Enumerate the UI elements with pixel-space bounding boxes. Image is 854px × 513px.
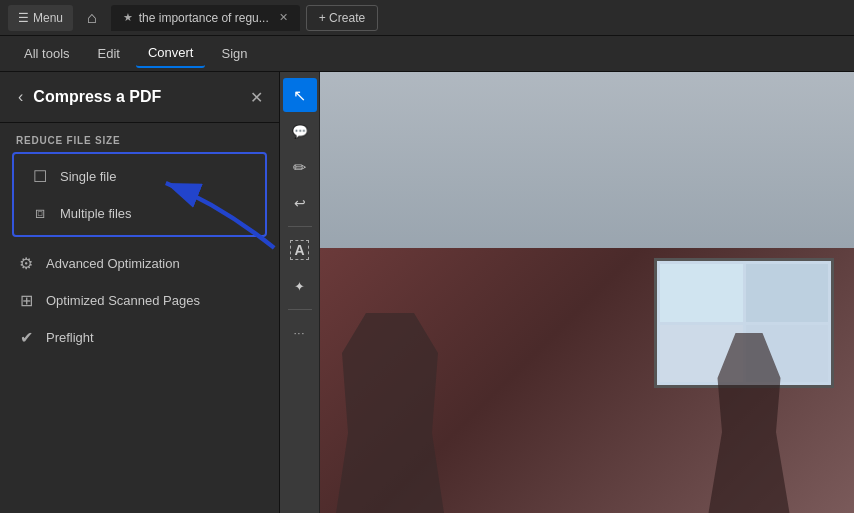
single-file-item[interactable]: ☐ Single file — [14, 158, 265, 195]
multiple-files-icon: ⧈ — [30, 204, 50, 222]
menu-item-all-tools[interactable]: All tools — [12, 40, 82, 67]
close-icon: ✕ — [250, 89, 263, 106]
panel-header: ‹ Compress a PDF ✕ — [0, 72, 279, 123]
title-bar: ☰ Menu ⌂ ★ the importance of regu... ✕ +… — [0, 0, 854, 36]
panel-back-button[interactable]: ‹ — [16, 86, 25, 108]
more-tools-button[interactable]: ··· — [283, 316, 317, 350]
undo-tool-icon: ↩ — [294, 195, 306, 211]
menu-item-convert[interactable]: Convert — [136, 39, 206, 68]
menu-button[interactable]: ☰ Menu — [8, 5, 73, 31]
menu-bar: All tools Edit Convert Sign — [0, 36, 854, 72]
hamburger-icon: ☰ — [18, 11, 29, 25]
single-file-icon: ☐ — [30, 167, 50, 186]
optimized-scanned-pages-icon: ⊞ — [16, 291, 36, 310]
home-icon: ⌂ — [87, 9, 97, 26]
menu-item-sign[interactable]: Sign — [209, 40, 259, 67]
undo-tool-button[interactable]: ↩ — [283, 186, 317, 220]
preflight-label: Preflight — [46, 330, 94, 345]
tab-title: the importance of regu... — [139, 11, 269, 25]
preflight-item[interactable]: ✔ Preflight — [0, 319, 279, 356]
create-button[interactable]: + Create — [306, 5, 378, 31]
select-tool-icon: ↖ — [293, 86, 306, 105]
comment-tool-button[interactable]: 💬 — [283, 114, 317, 148]
stamp-tool-icon: ✦ — [294, 279, 305, 294]
panel-title: Compress a PDF — [33, 88, 242, 106]
section-label: REDUCE FILE SIZE — [0, 123, 279, 152]
home-button[interactable]: ⌂ — [79, 5, 105, 31]
text-tool-button[interactable]: A — [283, 233, 317, 267]
toolbar: ↖ 💬 ✏ ↩ A ✦ ··· — [280, 72, 320, 513]
optimized-scanned-pages-item[interactable]: ⊞ Optimized Scanned Pages — [0, 282, 279, 319]
single-file-label: Single file — [60, 169, 116, 184]
advanced-optimization-icon: ⚙ — [16, 254, 36, 273]
advanced-optimization-item[interactable]: ⚙ Advanced Optimization — [0, 245, 279, 282]
select-tool-button[interactable]: ↖ — [283, 78, 317, 112]
optimized-scanned-pages-label: Optimized Scanned Pages — [46, 293, 200, 308]
star-icon: ★ — [123, 11, 133, 24]
advanced-optimization-label: Advanced Optimization — [46, 256, 180, 271]
preflight-icon: ✔ — [16, 328, 36, 347]
window-pane-2 — [746, 264, 829, 322]
toolbar-divider-2 — [288, 309, 312, 310]
menu-item-edit[interactable]: Edit — [86, 40, 132, 67]
left-panel: ‹ Compress a PDF ✕ REDUCE FILE SIZE ☐ Si… — [0, 72, 280, 513]
window-pane-1 — [660, 264, 743, 322]
active-tab[interactable]: ★ the importance of regu... ✕ — [111, 5, 300, 31]
multiple-files-label: Multiple files — [60, 206, 132, 221]
reduce-file-size-box: ☐ Single file ⧈ Multiple files — [12, 152, 267, 237]
draw-tool-icon: ✏ — [293, 158, 306, 177]
image-top-section — [320, 72, 854, 248]
more-tools-icon: ··· — [294, 328, 305, 339]
content-area — [320, 72, 854, 513]
toolbar-divider — [288, 226, 312, 227]
pdf-page-preview — [320, 72, 854, 513]
back-chevron-icon: ‹ — [18, 88, 23, 105]
draw-tool-button[interactable]: ✏ — [283, 150, 317, 184]
image-bottom-section — [320, 248, 854, 513]
stamp-tool-button[interactable]: ✦ — [283, 269, 317, 303]
tab-close-icon[interactable]: ✕ — [279, 11, 288, 24]
boxer-silhouette — [330, 313, 450, 513]
main-area: ‹ Compress a PDF ✕ REDUCE FILE SIZE ☐ Si… — [0, 72, 854, 513]
panel-close-button[interactable]: ✕ — [250, 88, 263, 107]
text-tool-icon: A — [290, 240, 308, 260]
comment-tool-icon: 💬 — [292, 124, 308, 139]
menu-label: Menu — [33, 11, 63, 25]
multiple-files-item[interactable]: ⧈ Multiple files — [14, 195, 265, 231]
create-label: + Create — [319, 11, 365, 25]
